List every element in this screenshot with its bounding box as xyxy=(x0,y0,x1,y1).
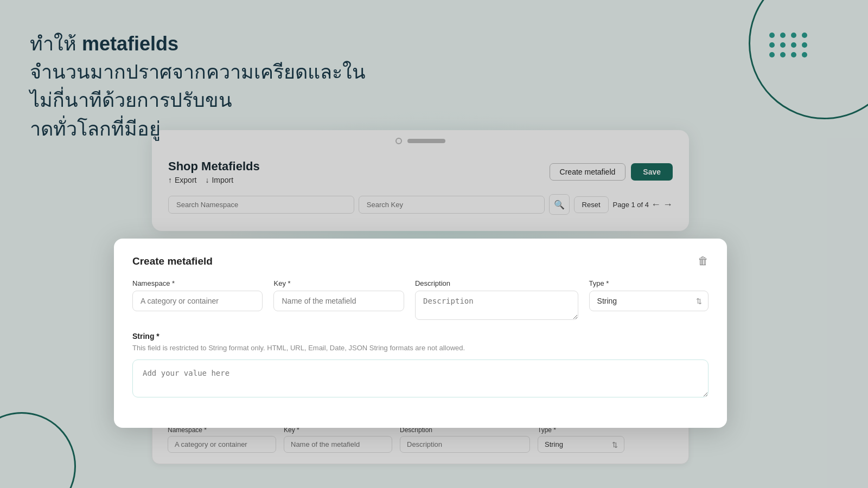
modal-key-label: Key * xyxy=(273,279,404,287)
modal-key-input[interactable] xyxy=(273,291,404,311)
modal-string-section: String * This field is restricted to Str… xyxy=(132,332,709,400)
modal-string-label: String * xyxy=(132,332,709,341)
modal-fields-row: Namespace * Key * Description Type * Str… xyxy=(132,279,709,320)
modal-description-group: Description xyxy=(415,279,578,320)
modal-type-label: Type * xyxy=(589,279,709,287)
modal-namespace-group: Namespace * xyxy=(132,279,263,320)
modal-value-textarea[interactable] xyxy=(132,359,709,397)
modal-namespace-label: Namespace * xyxy=(132,279,263,287)
modal-header: Create metafield 🗑 xyxy=(132,255,709,267)
modal-string-desc: This field is restricted to String forma… xyxy=(132,344,709,352)
modal-trash-button[interactable]: 🗑 xyxy=(698,255,709,267)
modal-description-textarea[interactable] xyxy=(415,291,578,320)
create-metafield-modal: Create metafield 🗑 Namespace * Key * Des… xyxy=(114,239,727,428)
modal-description-label: Description xyxy=(415,279,578,287)
modal-type-select[interactable]: String Integer Boolean JSON URL HTML Dat… xyxy=(589,291,709,311)
modal-namespace-input[interactable] xyxy=(132,291,263,311)
modal-key-group: Key * xyxy=(273,279,404,320)
modal-title: Create metafield xyxy=(132,255,213,267)
modal-type-group: Type * String Integer Boolean JSON URL H… xyxy=(589,279,709,320)
